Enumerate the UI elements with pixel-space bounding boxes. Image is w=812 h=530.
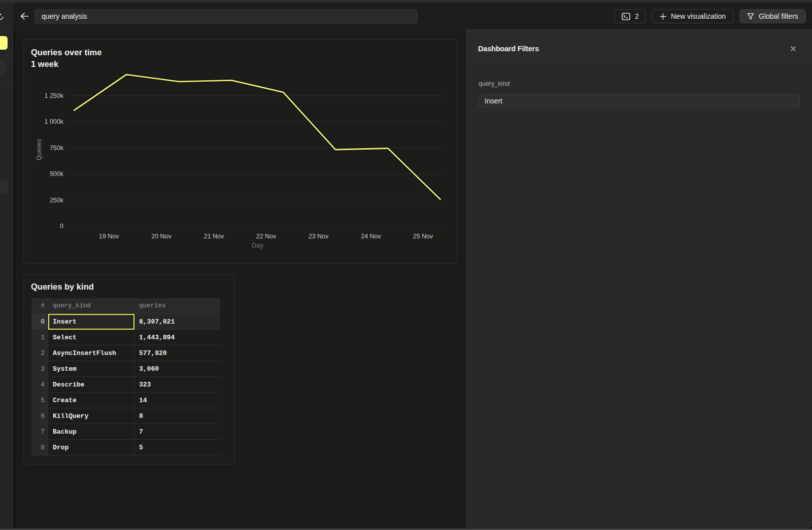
svg-text:1 000k: 1 000k bbox=[44, 118, 63, 125]
svg-text:21 Nov: 21 Nov bbox=[204, 233, 224, 240]
svg-text:20 Nov: 20 Nov bbox=[151, 233, 172, 240]
svg-text:500k: 500k bbox=[50, 170, 64, 178]
svg-text:23 Nov: 23 Nov bbox=[309, 233, 329, 240]
svg-text:0: 0 bbox=[60, 223, 63, 230]
svg-text:25 Nov: 25 Nov bbox=[413, 233, 433, 240]
svg-text:22 Nov: 22 Nov bbox=[256, 233, 277, 240]
svg-text:19 Nov: 19 Nov bbox=[99, 233, 119, 240]
svg-text:24 Nov: 24 Nov bbox=[361, 233, 381, 240]
svg-text:250k: 250k bbox=[50, 197, 64, 204]
svg-text:Queries: Queries bbox=[36, 139, 43, 160]
svg-text:1 250k: 1 250k bbox=[44, 92, 63, 99]
svg-text:Day: Day bbox=[252, 241, 264, 249]
svg-text:750k: 750k bbox=[50, 145, 64, 152]
